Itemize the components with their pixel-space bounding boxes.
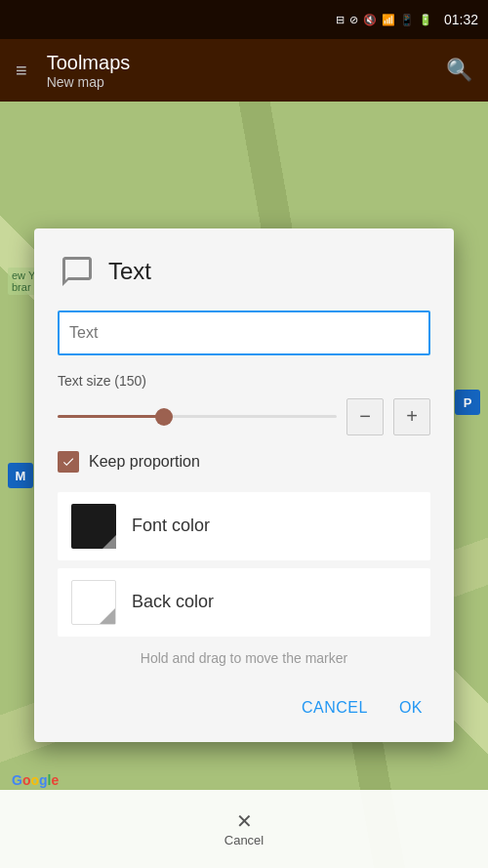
text-size-label: Text size (150): [58, 373, 430, 389]
status-bar: ⊟ ⊘ 🔇 📶 📱 🔋 01:32: [0, 0, 488, 39]
wifi-icon: 📶: [382, 14, 395, 26]
message-icon: [58, 252, 97, 291]
hint-text: Hold and drag to move the marker: [58, 650, 430, 666]
text-input[interactable]: [60, 312, 428, 353]
keep-proportion-checkbox[interactable]: [58, 451, 79, 473]
app-subtitle: New map: [47, 74, 446, 90]
status-icons: ⊟ ⊘ 🔇 📶 📱 🔋: [336, 14, 432, 26]
back-color-label: Back color: [132, 592, 214, 612]
slider-fill: [58, 415, 164, 418]
ok-button[interactable]: OK: [391, 689, 430, 726]
text-input-wrapper[interactable]: [58, 310, 430, 355]
decrease-size-button[interactable]: −: [346, 398, 384, 435]
dialog-overlay: Text Text size (150) − + Keep proportion: [0, 102, 488, 868]
app-title: Toolmaps: [47, 51, 446, 74]
font-color-swatch: [71, 504, 116, 549]
keep-proportion-row[interactable]: Keep proportion: [58, 451, 430, 473]
font-color-row[interactable]: Font color: [58, 492, 430, 560]
title-block: Toolmaps New map: [47, 51, 446, 90]
slider-track: [58, 415, 337, 418]
signal-icon: 📱: [400, 14, 414, 26]
font-color-label: Font color: [132, 516, 210, 536]
app-bar: ≡ Toolmaps New map 🔍: [0, 39, 488, 102]
nfc-icon: ⊟: [336, 14, 345, 26]
back-color-swatch: [71, 580, 116, 625]
dialog-actions: CANCEL OK: [58, 685, 430, 726]
back-color-row[interactable]: Back color: [58, 568, 430, 637]
search-icon[interactable]: 🔍: [446, 58, 472, 83]
dialog-header: Text: [58, 252, 430, 291]
dialog-title: Text: [108, 258, 151, 285]
increase-size-button[interactable]: +: [393, 398, 430, 435]
volume-off-icon: 🔇: [363, 14, 377, 26]
hamburger-icon[interactable]: ≡: [16, 60, 27, 82]
slider-thumb[interactable]: [155, 408, 173, 426]
slider-row: − +: [58, 398, 430, 435]
clock: 01:32: [444, 12, 478, 27]
battery-icon: 🔋: [419, 14, 432, 26]
size-slider[interactable]: [58, 407, 337, 427]
text-dialog: Text Text size (150) − + Keep proportion: [34, 228, 454, 742]
keep-proportion-label: Keep proportion: [89, 453, 200, 471]
cancel-button[interactable]: CANCEL: [294, 689, 376, 726]
block-icon: ⊘: [349, 14, 358, 26]
